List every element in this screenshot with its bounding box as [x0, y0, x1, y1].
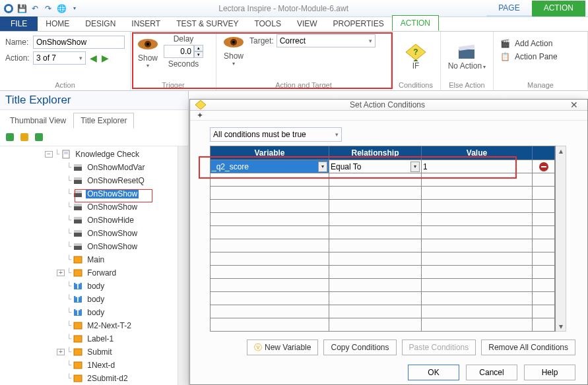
pane-icon: 📋: [499, 51, 511, 62]
ribbon-group-else: No Action ▾ Else Action: [441, 32, 494, 90]
ribbon-group-conditions: ? IF Conditions: [391, 32, 441, 90]
clapper-icon[interactable]: [455, 42, 479, 62]
tree-item[interactable]: └2Submit-d2: [0, 372, 178, 385]
explorer-scrollbar[interactable]: [178, 146, 188, 385]
svg-rect-26: [74, 219, 82, 223]
action-dropdown-icon[interactable]: ▾: [232, 61, 235, 67]
action-pane-button[interactable]: 📋Action Pane: [499, 51, 558, 62]
help-button[interactable]: Help: [524, 365, 575, 380]
delay-spin-up[interactable]: ▴: [194, 45, 203, 51]
tab-title-explorer[interactable]: Title Explorer: [73, 113, 134, 129]
tree-item[interactable]: └Label-1: [0, 332, 178, 345]
tree-item[interactable]: └OnShowShow: [0, 227, 178, 240]
delay-spin-down[interactable]: ▾: [194, 51, 203, 58]
context-tab-page[interactable]: PAGE: [486, 1, 531, 16]
tree-item[interactable]: └1Next-d: [0, 359, 178, 372]
img-icon: [73, 347, 83, 357]
grid-scrollbar[interactable]: ▴▾: [556, 146, 566, 332]
remove-row-icon[interactable]: [539, 162, 549, 172]
tree-item-label: Submit: [86, 347, 113, 357]
tree-item[interactable]: └Tbody: [0, 306, 178, 319]
ribbon-group-trigger: Show ▾ Delay ▴▾ Seconds Trigger: [131, 32, 216, 90]
prev-action-button[interactable]: ◀: [88, 53, 98, 63]
tab-insert[interactable]: INSERT: [123, 16, 168, 31]
quick-access-toolbar: 💾 ↶ ↷ 🌐 ▾: [3, 3, 81, 15]
context-tab-action[interactable]: ACTION: [532, 1, 585, 16]
tree-item[interactable]: └OnShowHide: [0, 214, 178, 227]
tree-item[interactable]: └OnShowResetQ: [0, 174, 178, 187]
conditions-grid: Variable Relationship Value _q2_score▾ E…: [210, 146, 556, 332]
tree-item-label: Knowledge Check: [74, 150, 141, 159]
tree-item[interactable]: └OnShowModVar: [0, 161, 178, 174]
trigger-eye-icon[interactable]: [136, 36, 160, 52]
next-action-button[interactable]: ▶: [100, 53, 110, 63]
img-icon: [73, 255, 83, 264]
tree-item[interactable]: └OnShowShow: [0, 200, 178, 214]
tab-test[interactable]: TEST & SURVEY: [168, 16, 246, 31]
trigger-dropdown-icon[interactable]: ▾: [147, 63, 149, 69]
tree-item[interactable]: +└Submit: [0, 345, 178, 359]
delay-input[interactable]: [164, 45, 194, 58]
dialog-close-button[interactable]: ✕: [565, 100, 583, 110]
tab-action[interactable]: ACTION: [392, 15, 439, 31]
rel-dropdown-icon[interactable]: ▾: [410, 162, 420, 172]
target-field[interactable]: Correct▾: [277, 34, 376, 47]
name-field[interactable]: OnShowShow: [33, 36, 125, 49]
svg-rect-10: [459, 49, 474, 59]
tree-item[interactable]: +└Forward: [0, 266, 178, 280]
tree-item[interactable]: └Tbody: [0, 280, 178, 293]
tab-home[interactable]: HOME: [38, 16, 77, 31]
collapse-all-icon[interactable]: [18, 131, 30, 143]
redo-icon[interactable]: ↷: [42, 3, 54, 15]
tab-view[interactable]: VIEW: [289, 16, 325, 31]
expand-all-icon[interactable]: [4, 131, 16, 143]
new-variable-button[interactable]: ⓥNew Variable: [247, 340, 318, 355]
action-index-field[interactable]: 3 of 7▾: [33, 51, 86, 65]
tree-item[interactable]: └Tbody: [0, 293, 178, 306]
tree-item-label: OnShowHide: [86, 216, 135, 225]
text-icon: T: [73, 308, 83, 317]
condition-row[interactable]: _q2_score▾ Equal To▾ 1: [211, 160, 555, 173]
ok-button[interactable]: OK: [408, 365, 459, 380]
tab-thumbnail-view[interactable]: Thumbnail View: [3, 113, 73, 129]
tree-item[interactable]: └Main: [0, 253, 178, 266]
action-label: Action:: [5, 53, 30, 63]
expand-icon[interactable]: +: [57, 349, 65, 355]
tree-item-label: OnShowShow: [86, 202, 139, 212]
tree-item[interactable]: └M2-Next-T-2: [0, 319, 178, 332]
explorer-tree[interactable]: −└Knowledge Check└OnShowModVar└OnShowRes…: [0, 146, 178, 385]
locate-icon[interactable]: [33, 131, 45, 143]
add-action-button[interactable]: 🎬Add Action: [499, 38, 552, 49]
action-eye-icon[interactable]: [222, 34, 245, 50]
svg-rect-30: [74, 245, 82, 250]
tab-tools[interactable]: TOOLS: [246, 16, 288, 31]
expand-icon[interactable]: −: [45, 151, 53, 158]
tab-design[interactable]: DESIGN: [77, 16, 123, 31]
dialog-tool-icon[interactable]: ✦: [197, 111, 203, 120]
save-icon[interactable]: 💾: [16, 3, 28, 15]
header-variable: Variable: [211, 146, 329, 160]
undo-icon[interactable]: ↶: [29, 3, 41, 15]
copy-conditions-button[interactable]: Copy Conditions: [323, 340, 396, 355]
tree-item[interactable]: └OnShowShow: [0, 187, 178, 200]
svg-rect-13: [20, 133, 28, 141]
expand-icon[interactable]: +: [57, 270, 65, 276]
action-icon: [73, 176, 83, 185]
svg-rect-29: [74, 230, 82, 233]
if-icon[interactable]: ?: [404, 42, 428, 62]
group-label-manage: Manage: [499, 80, 582, 90]
tab-file[interactable]: FILE: [0, 16, 38, 31]
qat-dropdown-icon[interactable]: ▾: [69, 3, 81, 15]
preview-icon[interactable]: 🌐: [55, 3, 67, 15]
all-conditions-dropdown[interactable]: All conditions must be true▾: [210, 127, 342, 142]
cancel-button[interactable]: Cancel: [466, 365, 517, 380]
tree-item[interactable]: └OnShowShow: [0, 240, 178, 253]
app-icon: [3, 3, 15, 15]
var-dropdown-icon[interactable]: ▾: [318, 162, 327, 172]
tree-item[interactable]: −└Knowledge Check: [0, 148, 178, 161]
tab-properties[interactable]: PROPERTIES: [325, 16, 392, 31]
paste-conditions-button[interactable]: Paste Conditions: [402, 340, 476, 355]
svg-text:T: T: [76, 282, 81, 290]
remove-all-button[interactable]: Remove All Conditions: [481, 340, 575, 355]
conditions-dialog: Set Action Conditions ✕ ✦ All conditions…: [189, 99, 588, 385]
